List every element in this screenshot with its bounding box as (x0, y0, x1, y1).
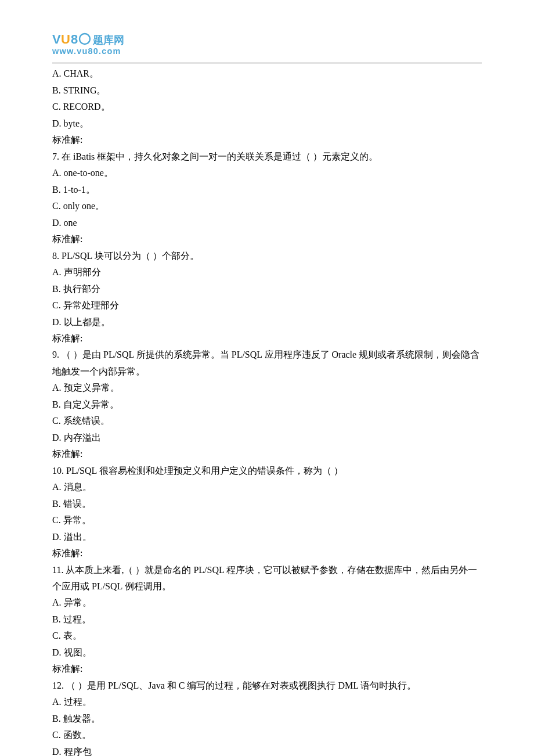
answer-label: 标准解: (52, 545, 482, 561)
option-line: C. 表。 (52, 628, 482, 644)
option-line: A. 声明部分 (52, 264, 482, 280)
question-text: 10. PL/SQL 很容易检测和处理预定义和用户定义的错误条件，称为（ ） (52, 463, 482, 479)
option-line: A. CHAR。 (52, 66, 482, 82)
answer-label: 标准解: (52, 231, 482, 247)
option-line: B. 1-to-1。 (52, 182, 482, 198)
svg-text:www.vu80.com: www.vu80.com (52, 46, 121, 56)
question-text: 12. （ ）是用 PL/SQL、Java 和 C 编写的过程，能够在对表或视图… (52, 678, 482, 694)
option-line: B. 执行部分 (52, 281, 482, 297)
option-line: C. 系统错误。 (52, 413, 482, 429)
document-body: A. CHAR。B. STRING。C. RECORD。D. byte。标准解:… (52, 66, 482, 756)
option-line: C. 异常。 (52, 512, 482, 528)
question-text: 9. （ ）是由 PL/SQL 所提供的系统异常。当 PL/SQL 应用程序违反… (52, 347, 482, 380)
answer-label: 标准解: (52, 330, 482, 347)
option-line: B. 自定义异常。 (52, 397, 482, 413)
answer-label: 标准解: (52, 661, 482, 677)
option-line: B. 过程。 (52, 611, 482, 628)
option-line: A. 异常。 (52, 595, 482, 611)
question-text: 11. 从本质上来看,（ ）就是命名的 PL/SQL 程序块，它可以被赋予参数，… (52, 562, 482, 595)
option-line: D. 程序包 (52, 744, 482, 756)
option-line: A. 预定义异常。 (52, 380, 482, 396)
option-line: C. 函数。 (52, 727, 482, 743)
answer-label: 标准解: (52, 446, 482, 462)
svg-text:U: U (61, 32, 70, 46)
option-line: D. one (52, 215, 482, 231)
option-line: A. 消息。 (52, 479, 482, 495)
option-line: B. 错误。 (52, 496, 482, 512)
svg-text:V: V (52, 32, 61, 46)
option-line: A. 过程。 (52, 694, 482, 710)
option-line: B. STRING。 (52, 82, 482, 99)
option-line: B. 触发器。 (52, 711, 482, 727)
option-line: C. 异常处理部分 (52, 297, 482, 314)
question-text: 7. 在 iBatis 框架中，持久化对象之间一对一的关联关系是通过（ ）元素定… (52, 149, 482, 165)
header-divider (52, 63, 482, 63)
logo-svg: V U 8 题库网 www.vu80.com (52, 32, 174, 56)
option-line: C. only one。 (52, 198, 482, 214)
svg-text:8: 8 (71, 32, 78, 46)
option-line: D. 视图。 (52, 645, 482, 661)
svg-point-3 (80, 34, 90, 44)
site-logo: V U 8 题库网 www.vu80.com (52, 32, 482, 62)
option-line: D. 溢出。 (52, 529, 482, 545)
option-line: D. 以上都是。 (52, 314, 482, 330)
option-line: D. 内存溢出 (52, 430, 482, 446)
answer-label: 标准解: (52, 132, 482, 148)
question-text: 8. PL/SQL 块可以分为（ ）个部分。 (52, 248, 482, 264)
svg-text:题库网: 题库网 (92, 34, 124, 46)
option-line: A. one-to-one。 (52, 165, 482, 181)
option-line: D. byte。 (52, 116, 482, 132)
option-line: C. RECORD。 (52, 99, 482, 115)
